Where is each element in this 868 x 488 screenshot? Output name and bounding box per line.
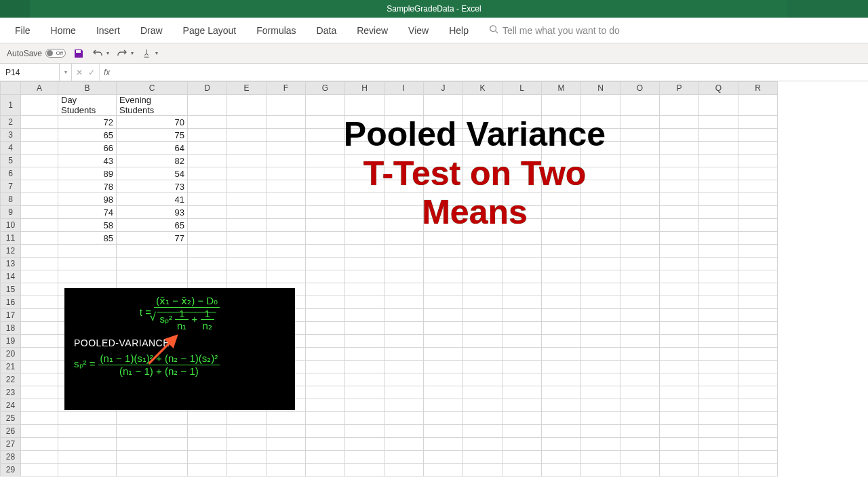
cell-K8[interactable]: [463, 193, 502, 206]
cell-G14[interactable]: [306, 270, 345, 283]
row-header-10[interactable]: 10: [1, 219, 21, 232]
cell-N6[interactable]: [581, 167, 620, 180]
cell-N14[interactable]: [581, 270, 620, 283]
cell-H24[interactable]: [345, 399, 384, 412]
cell-H13[interactable]: [345, 258, 384, 270]
cell-R24[interactable]: [738, 399, 778, 412]
cell-B7[interactable]: 78: [58, 180, 117, 193]
cell-M28[interactable]: [542, 451, 581, 464]
cell-J17[interactable]: [424, 309, 463, 322]
cell-C26[interactable]: [117, 425, 188, 438]
row-header-20[interactable]: 20: [1, 348, 21, 361]
cell-A12[interactable]: [21, 245, 58, 258]
row-header-17[interactable]: 17: [1, 309, 21, 322]
cell-K20[interactable]: [463, 348, 502, 361]
cell-N29[interactable]: [581, 464, 620, 476]
cell-P4[interactable]: [660, 142, 699, 155]
cell-E5[interactable]: [227, 155, 267, 167]
cell-N4[interactable]: [581, 142, 620, 155]
cell-A16[interactable]: [21, 296, 58, 309]
select-all-corner[interactable]: [1, 82, 21, 95]
cell-J8[interactable]: [424, 193, 463, 206]
cell-L18[interactable]: [502, 322, 542, 335]
cell-E25[interactable]: [227, 412, 267, 425]
cell-J29[interactable]: [424, 464, 463, 476]
cell-D7[interactable]: [188, 180, 227, 193]
cell-G27[interactable]: [306, 438, 345, 451]
cell-R5[interactable]: [738, 155, 778, 167]
cell-M18[interactable]: [542, 322, 581, 335]
cell-O19[interactable]: [620, 335, 660, 348]
cell-K26[interactable]: [463, 425, 502, 438]
cell-M13[interactable]: [542, 258, 581, 270]
cell-H25[interactable]: [345, 412, 384, 425]
cell-R11[interactable]: [738, 232, 778, 245]
cell-M12[interactable]: [542, 245, 581, 258]
cell-Q6[interactable]: [699, 167, 738, 180]
cell-P18[interactable]: [660, 322, 699, 335]
cell-P26[interactable]: [660, 425, 699, 438]
cell-K25[interactable]: [463, 412, 502, 425]
cell-B9[interactable]: 74: [58, 206, 117, 219]
cell-M23[interactable]: [542, 386, 581, 399]
cell-K29[interactable]: [463, 464, 502, 476]
qat-customize-dropdown-icon[interactable]: ▾: [155, 50, 158, 56]
cell-Q29[interactable]: [699, 464, 738, 476]
cell-K5[interactable]: [463, 155, 502, 167]
cell-A17[interactable]: [21, 309, 58, 322]
row-header-7[interactable]: 7: [1, 180, 21, 193]
cell-C4[interactable]: 64: [117, 142, 188, 155]
cell-Q26[interactable]: [699, 425, 738, 438]
cell-J9[interactable]: [424, 206, 463, 219]
cell-L16[interactable]: [502, 296, 542, 309]
cell-B14[interactable]: [58, 270, 117, 283]
cell-D5[interactable]: [188, 155, 227, 167]
cell-L22[interactable]: [502, 373, 542, 386]
row-header-27[interactable]: 27: [1, 438, 21, 451]
cell-I9[interactable]: [384, 206, 424, 219]
cell-G11[interactable]: [306, 232, 345, 245]
cell-I22[interactable]: [384, 373, 424, 386]
tab-review[interactable]: Review: [347, 20, 397, 41]
cell-O25[interactable]: [620, 412, 660, 425]
cell-M20[interactable]: [542, 348, 581, 361]
cell-D26[interactable]: [188, 425, 227, 438]
col-header-E[interactable]: E: [227, 82, 267, 95]
worksheet-area[interactable]: ABCDEFGHIJKLMNOPQR 1Day StudentsEvening …: [0, 81, 868, 488]
cell-G22[interactable]: [306, 373, 345, 386]
cell-E14[interactable]: [227, 270, 267, 283]
cell-Q17[interactable]: [699, 309, 738, 322]
cell-P17[interactable]: [660, 309, 699, 322]
cell-P12[interactable]: [660, 245, 699, 258]
cell-B11[interactable]: 85: [58, 232, 117, 245]
cell-I8[interactable]: [384, 193, 424, 206]
cell-G15[interactable]: [306, 283, 345, 296]
cell-J2[interactable]: [424, 116, 463, 129]
cell-I20[interactable]: [384, 348, 424, 361]
cell-P8[interactable]: [660, 193, 699, 206]
row-header-5[interactable]: 5: [1, 155, 21, 167]
cell-R19[interactable]: [738, 335, 778, 348]
cell-L3[interactable]: [502, 129, 542, 142]
cell-Q10[interactable]: [699, 219, 738, 232]
cell-K11[interactable]: [463, 232, 502, 245]
cell-Q23[interactable]: [699, 386, 738, 399]
name-box-dropdown-icon[interactable]: ▾: [60, 64, 72, 81]
cell-O27[interactable]: [620, 438, 660, 451]
cell-E3[interactable]: [227, 129, 267, 142]
row-header-8[interactable]: 8: [1, 193, 21, 206]
row-header-24[interactable]: 24: [1, 399, 21, 412]
cell-O12[interactable]: [620, 245, 660, 258]
cell-I17[interactable]: [384, 309, 424, 322]
cell-O16[interactable]: [620, 296, 660, 309]
cell-I29[interactable]: [384, 464, 424, 476]
cell-P21[interactable]: [660, 361, 699, 373]
cell-G13[interactable]: [306, 258, 345, 270]
formula-input[interactable]: [114, 64, 868, 81]
cell-B12[interactable]: [58, 245, 117, 258]
cell-E26[interactable]: [227, 425, 267, 438]
cell-E9[interactable]: [227, 206, 267, 219]
cell-Q15[interactable]: [699, 283, 738, 296]
cell-G7[interactable]: [306, 180, 345, 193]
cell-P13[interactable]: [660, 258, 699, 270]
